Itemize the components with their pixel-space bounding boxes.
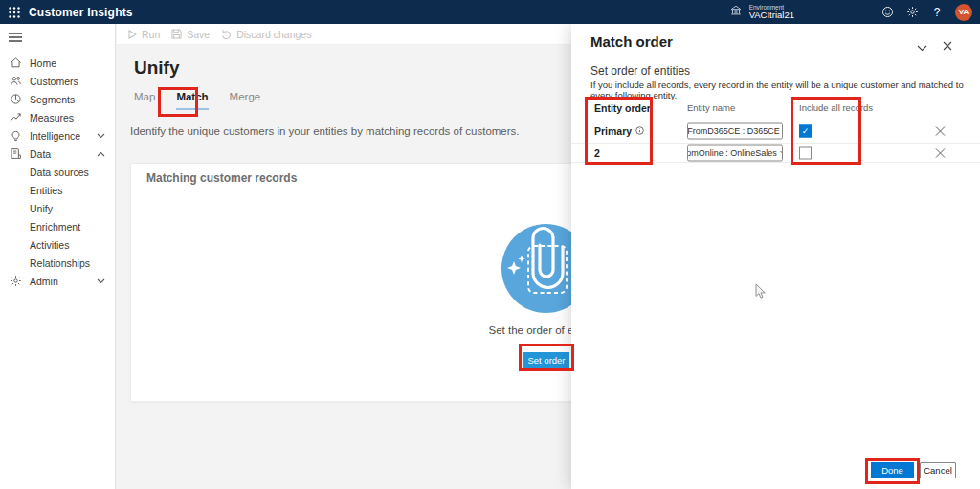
match-order-dialog: Match order Set order of entities If you… [571,24,980,489]
table-row-primary: Primary ctFromD365CE : D365CE ✓ [571,119,980,143]
tab-match[interactable]: Match [176,91,208,110]
dialog-section-title: Set order of entities [590,64,690,78]
sidebar-item-measures[interactable]: Measures [0,108,115,126]
sidebar-item-customers[interactable]: Customers [0,72,115,90]
collapse-chevron-icon[interactable] [914,35,930,58]
sidebar-item-relationships[interactable]: Relationships [0,254,115,272]
settings-gear-icon[interactable] [900,0,924,24]
discard-changes-button[interactable]: Discard changes [221,29,311,40]
include-all-checkbox[interactable]: ✓ [799,124,812,137]
chevron-down-icon [97,278,105,284]
sidebar-item-label: Home [30,57,56,69]
help-icon[interactable]: ? [924,0,949,24]
segments-icon [9,93,22,106]
tab-strip: Map Match Merge [134,91,260,110]
sidebar-item-label: Unify [30,203,53,214]
entity-name-value: romOnline : OnlineSales [687,148,777,158]
page-title: Unify [134,57,180,78]
home-icon [9,56,22,70]
include-all-checkbox[interactable]: ✓ [799,146,812,159]
lightbulb-icon [9,129,22,143]
tab-description: Identify the unique customers in your en… [130,125,520,137]
run-button-label: Run [142,29,160,40]
sidebar-item-label: Admin [30,276,58,287]
sidebar-item-enrichment[interactable]: Enrichment [0,217,115,235]
chevron-down-icon [780,150,783,155]
run-play-icon [128,30,137,39]
app-title: Customer Insights [29,6,133,19]
entity-name-dropdown[interactable]: romOnline : OnlineSales [687,144,783,161]
waffle-menu-icon[interactable] [2,0,26,24]
sidebar-item-admin[interactable]: Admin [0,272,115,290]
table-row-2: 2 romOnline : OnlineSales ✓ [571,143,980,163]
column-header-include-all: Include all records [799,102,873,113]
run-button[interactable]: Run [128,29,160,40]
customers-icon [9,75,22,88]
sidebar-item-home[interactable]: Home [0,54,115,72]
sidebar-item-label: Entities [30,185,62,196]
topbar: Customer Insights Environment VACItrial2… [0,0,980,24]
customer-insights-app: Customer Insights Environment VACItrial2… [0,0,980,489]
entity-order-value: Primary [594,125,644,137]
sidebar-item-label: Measures [30,112,74,123]
chevron-down-icon [97,133,105,139]
column-header-entity-name: Entity name [687,102,735,113]
sidebar-item-label: Activities [30,239,69,251]
entity-order-value: 2 [594,147,600,159]
environment-picker[interactable]: Environment VACItrial21 [729,4,794,21]
sidebar-item-label: Segments [30,94,75,105]
entity-name-dropdown[interactable]: ctFromD365CE : D365CE [687,122,783,139]
tab-merge[interactable]: Merge [230,91,261,110]
sidebar-item-intelligence[interactable]: Intelligence [0,126,115,144]
sidebar-item-label: Relationships [30,257,90,269]
sidebar-item-label: Data sources [30,167,89,178]
sidebar-item-activities[interactable]: Activities [0,235,115,254]
remove-row-icon[interactable] [933,145,947,160]
discard-button-label: Discard changes [236,29,311,40]
sidebar-item-label: Customers [30,76,78,87]
dialog-footer: Done Cancel [571,459,980,478]
gear-icon [9,275,22,288]
dialog-title: Match order [590,33,673,50]
cancel-button[interactable]: Cancel [920,462,956,478]
set-order-button[interactable]: Set order [523,352,569,368]
environment-building-icon [729,4,743,21]
sidebar-item-data-sources[interactable]: Data sources [0,163,115,181]
save-button[interactable]: Save [171,29,210,40]
sidebar-item-entities[interactable]: Entities [0,181,115,199]
panel-title: Matching customer records [146,171,297,185]
sidebar-item-segments[interactable]: Segments [0,90,115,108]
save-button-label: Save [187,29,210,40]
undo-icon [221,29,232,39]
column-header-entity-order: Entity order [594,102,651,114]
tab-map[interactable]: Map [134,91,155,110]
done-button[interactable]: Done [871,462,914,478]
dialog-section-description: If you include all records, every record… [590,79,980,100]
sidebar: Home Customers Segments Measures [0,24,116,489]
measures-icon [9,111,22,124]
remove-row-icon[interactable] [933,123,947,138]
sidebar-item-label: Enrichment [30,221,80,233]
info-icon [635,126,644,135]
database-icon [9,147,22,161]
sidebar-item-unify[interactable]: Unify [0,199,115,217]
sidebar-item-label: Data [30,148,51,160]
hamburger-menu-icon[interactable] [0,27,115,48]
environment-name: VACItrial21 [749,11,794,20]
sidebar-item-data[interactable]: Data [0,144,115,163]
sidebar-item-label: Intelligence [30,130,80,142]
save-floppy-icon [171,29,182,39]
close-icon[interactable] [940,34,955,57]
feedback-smiley-icon[interactable] [875,0,900,24]
entity-name-value: ctFromD365CE : D365CE [687,126,780,136]
user-avatar[interactable]: VA [955,4,972,21]
chevron-up-icon [97,151,105,157]
